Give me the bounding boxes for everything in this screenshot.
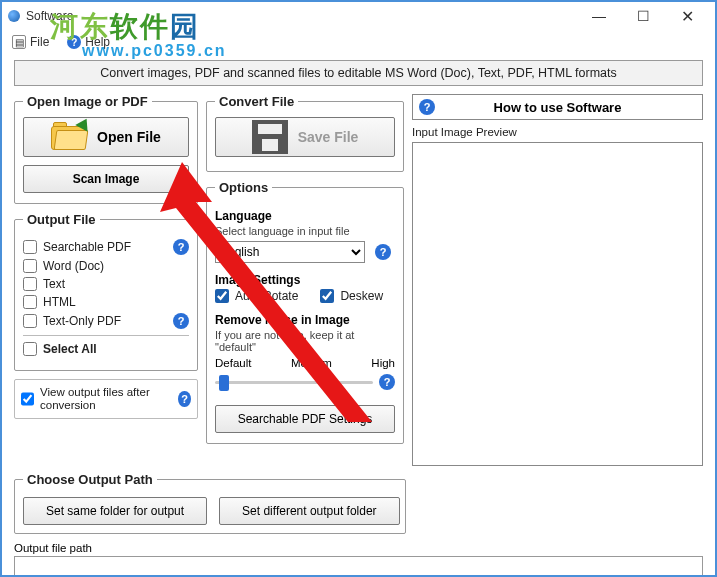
menu-help[interactable]: ? Help — [67, 35, 110, 49]
view-output-files[interactable]: View output files after conversion ? — [14, 379, 198, 419]
checkbox-label: Searchable PDF — [43, 240, 131, 254]
checkbox[interactable] — [23, 259, 37, 273]
searchable-pdf-settings-button[interactable]: Searchable PDF Settings — [215, 405, 395, 433]
output-searchable-pdf[interactable]: Searchable PDF ? — [23, 239, 189, 255]
open-image-group: Open Image or PDF Open File Scan Image — [14, 94, 198, 204]
help-icon[interactable]: ? — [379, 374, 395, 390]
close-button[interactable]: ✕ — [665, 3, 709, 29]
options-group: Options Language Select language in inpu… — [206, 180, 404, 444]
language-heading: Language — [215, 209, 395, 223]
open-file-label: Open File — [97, 129, 161, 145]
noise-slider[interactable] — [215, 373, 373, 391]
checkbox-label: Text — [43, 277, 65, 291]
output-text[interactable]: Text — [23, 277, 189, 291]
maximize-button[interactable]: ☐ — [621, 3, 665, 29]
minimize-button[interactable]: — — [577, 3, 621, 29]
save-file-button[interactable]: Save File — [215, 117, 395, 157]
output-file-group: Output File Searchable PDF ? Word (Doc) … — [14, 212, 198, 371]
set-different-folder-button[interactable]: Set different output folder — [219, 497, 400, 525]
checkbox[interactable] — [320, 289, 334, 303]
menubar: ▤ File ? Help — [2, 30, 715, 54]
banner-text: Convert images, PDF and scanned files to… — [100, 66, 617, 80]
help-icon[interactable]: ? — [178, 391, 191, 407]
noise-label-default: Default — [215, 357, 251, 369]
scan-image-button[interactable]: Scan Image — [23, 165, 189, 193]
input-preview — [412, 142, 703, 466]
options-legend: Options — [215, 180, 272, 195]
help-icon: ? — [67, 35, 81, 49]
checkbox[interactable] — [23, 240, 37, 254]
help-icon[interactable]: ? — [375, 244, 391, 260]
divider — [23, 335, 189, 336]
preview-label: Input Image Preview — [412, 126, 703, 138]
output-file-path-label: Output file path — [14, 542, 703, 554]
output-file-legend: Output File — [23, 212, 100, 227]
auto-rotate[interactable]: Auto Rotate — [215, 289, 298, 303]
convert-file-legend: Convert File — [215, 94, 298, 109]
help-icon[interactable]: ? — [173, 313, 189, 329]
noise-label-high: High — [371, 357, 395, 369]
app-icon — [8, 10, 20, 22]
checkbox[interactable] — [23, 295, 37, 309]
checkbox-label: Text-Only PDF — [43, 314, 121, 328]
open-file-button[interactable]: Open File — [23, 117, 189, 157]
window-title: Software — [26, 9, 73, 23]
checkbox-label: Select All — [43, 342, 97, 356]
choose-output-path-legend: Choose Output Path — [23, 472, 157, 487]
image-settings-heading: Image Settings — [215, 273, 395, 287]
open-image-legend: Open Image or PDF — [23, 94, 152, 109]
app-window: 河东软件园 www.pc0359.cn Software — ☐ ✕ ▤ Fil… — [0, 0, 717, 577]
save-file-label: Save File — [298, 129, 359, 145]
set-same-folder-button[interactable]: Set same folder for output — [23, 497, 207, 525]
language-select[interactable]: English — [215, 241, 365, 263]
noise-heading: Remove Noise in Image — [215, 313, 395, 327]
help-icon: ? — [419, 99, 435, 115]
output-word[interactable]: Word (Doc) — [23, 259, 189, 273]
help-icon[interactable]: ? — [173, 239, 189, 255]
menu-file[interactable]: ▤ File — [12, 35, 49, 49]
checkbox[interactable] — [23, 342, 37, 356]
checkbox[interactable] — [215, 289, 229, 303]
output-file-path-field[interactable] — [14, 556, 703, 576]
checkbox-label: Deskew — [340, 289, 383, 303]
titlebar: Software — ☐ ✕ — [2, 2, 715, 30]
checkbox[interactable] — [23, 314, 37, 328]
file-icon: ▤ — [12, 35, 26, 49]
output-text-only-pdf[interactable]: Text-Only PDF ? — [23, 313, 189, 329]
output-html[interactable]: HTML — [23, 295, 189, 309]
checkbox-label: Auto Rotate — [235, 289, 298, 303]
button-label: Set different output folder — [242, 504, 377, 518]
checkbox-label: Word (Doc) — [43, 259, 104, 273]
button-label: Searchable PDF Settings — [238, 412, 373, 426]
choose-output-path-group: Choose Output Path Set same folder for o… — [14, 472, 406, 534]
how-to-label: How to use Software — [494, 100, 622, 115]
menu-help-label: Help — [85, 35, 110, 49]
menu-file-label: File — [30, 35, 49, 49]
convert-file-group: Convert File Save File — [206, 94, 404, 172]
checkbox[interactable] — [21, 392, 34, 406]
select-all[interactable]: Select All — [23, 342, 189, 356]
noise-label-medium: Medium — [291, 357, 332, 369]
scan-image-label: Scan Image — [73, 172, 140, 186]
banner: Convert images, PDF and scanned files to… — [14, 60, 703, 86]
deskew[interactable]: Deskew — [320, 289, 383, 303]
how-to-use-button[interactable]: ? How to use Software — [412, 94, 703, 120]
folder-open-icon — [51, 122, 87, 152]
checkbox-label: View output files after conversion — [40, 386, 172, 412]
noise-desc: If you are not sure, keep it at "default… — [215, 329, 395, 353]
checkbox[interactable] — [23, 277, 37, 291]
language-desc: Select language in input file — [215, 225, 395, 237]
checkbox-label: HTML — [43, 295, 76, 309]
button-label: Set same folder for output — [46, 504, 184, 518]
save-icon — [252, 120, 288, 154]
